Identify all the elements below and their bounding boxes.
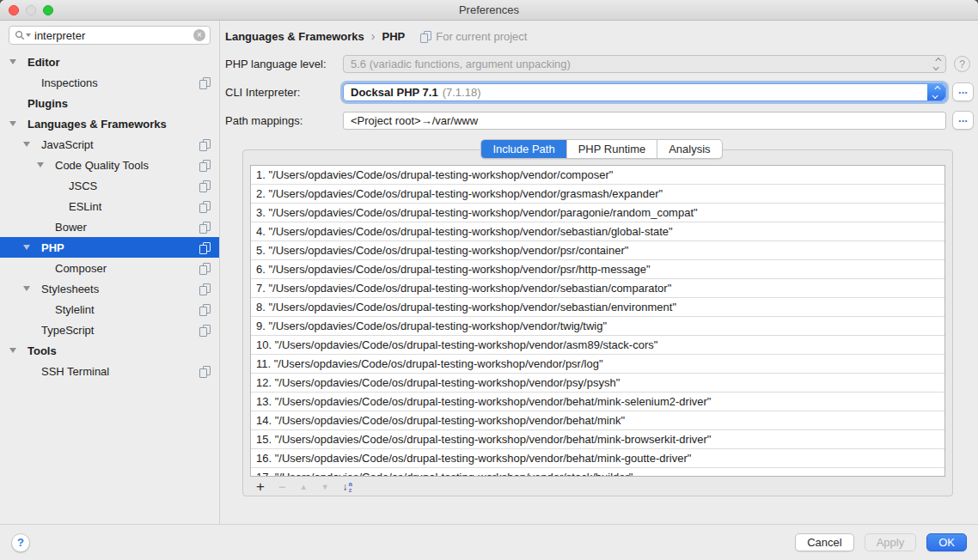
sidebar-item-label: PHP — [41, 241, 64, 254]
expand-arrow-icon[interactable] — [23, 142, 30, 147]
dialog-footer: ? Cancel Apply OK — [0, 524, 978, 560]
search-icon[interactable] — [15, 30, 31, 40]
sidebar-item-eslint[interactable]: ESLint — [0, 196, 219, 216]
include-path-row[interactable]: 16. "/Users/opdavies/Code/os/drupal-test… — [251, 449, 944, 468]
cli-interpreter-select[interactable]: Docksal PHP 7.1 (7.1.18) — [343, 83, 946, 101]
settings-content: Languages & Frameworks › PHP For current… — [220, 21, 978, 524]
include-path-row[interactable]: 6. "/Users/opdavies/Code/os/drupal-testi… — [251, 260, 944, 279]
current-project-icon — [199, 283, 211, 295]
include-path-row[interactable]: 13. "/Users/opdavies/Code/os/drupal-test… — [251, 393, 944, 411]
current-project-icon — [199, 77, 211, 88]
path-mappings-label: Path mappings: — [225, 114, 343, 127]
path-mappings-browse-button[interactable]: ... — [952, 111, 974, 130]
breadcrumb: Languages & Frameworks › PHP For current… — [225, 28, 978, 44]
include-path-row[interactable]: 12. "/Users/opdavies/Code/os/drupal-test… — [251, 374, 944, 393]
current-project-icon — [199, 160, 211, 171]
include-path-row[interactable]: 3. "/Users/opdavies/Code/os/drupal-testi… — [251, 204, 944, 222]
sidebar-item-php[interactable]: PHP — [0, 237, 219, 258]
include-path-row[interactable]: 8. "/Users/opdavies/Code/os/drupal-testi… — [251, 298, 944, 317]
help-button[interactable]: ? — [11, 533, 30, 552]
close-button[interactable] — [9, 5, 19, 15]
include-path-row[interactable]: 4. "/Users/opdavies/Code/os/drupal-testi… — [251, 222, 944, 241]
include-path-row[interactable]: 1. "/Users/opdavies/Code/os/drupal-testi… — [251, 166, 944, 185]
apply-button: Apply — [865, 533, 917, 551]
expand-arrow-icon[interactable] — [23, 245, 30, 250]
titlebar: Preferences — [0, 0, 978, 21]
expand-arrow-icon[interactable] — [9, 59, 16, 64]
expand-arrow-icon[interactable] — [23, 286, 30, 291]
include-path-row[interactable]: 14. "/Users/opdavies/Code/os/drupal-test… — [251, 411, 944, 430]
add-path-icon[interactable]: + — [256, 479, 265, 495]
php-settings-tabs: Include PathPHP RuntimeAnalysis — [480, 139, 722, 159]
scope-indicator: For current project — [420, 30, 527, 43]
sidebar-item-javascript[interactable]: JavaScript — [0, 134, 219, 155]
sidebar-item-editor[interactable]: Editor — [0, 52, 219, 72]
sidebar-item-label: Bower — [55, 221, 87, 234]
expand-arrow-icon[interactable] — [9, 121, 16, 126]
sidebar-item-tools[interactable]: Tools — [0, 340, 219, 361]
ok-button[interactable]: OK — [926, 533, 967, 551]
include-path-list: 1. "/Users/opdavies/Code/os/drupal-testi… — [250, 165, 945, 477]
search-field[interactable]: × — [9, 26, 211, 45]
search-input[interactable] — [34, 29, 193, 42]
cli-interpreter-browse-button[interactable]: ... — [952, 82, 974, 101]
move-up-icon: ▲ — [300, 483, 308, 491]
sidebar-item-label: ESLint — [69, 200, 101, 213]
sidebar-item-label: Stylesheets — [41, 283, 99, 295]
sort-alphabetically-icon[interactable]: ↓ az — [343, 481, 352, 493]
path-mappings-field[interactable]: <Project root>→/var/www — [343, 112, 946, 130]
sidebar-item-label: Tools — [28, 344, 57, 357]
current-project-icon — [199, 222, 211, 233]
sidebar-item-jscs[interactable]: JSCS — [0, 175, 219, 196]
current-project-icon — [199, 304, 211, 315]
select-chevrons-icon — [935, 56, 939, 72]
current-project-icon — [199, 242, 211, 253]
tab-analysis[interactable]: Analysis — [657, 140, 721, 158]
zoom-button[interactable] — [43, 5, 53, 15]
settings-tree: EditorInspectionsPluginsLanguages & Fram… — [0, 52, 219, 381]
list-toolbar: + − ▲ ▼ ↓ az — [250, 477, 945, 496]
include-path-row[interactable]: 7. "/Users/opdavies/Code/os/drupal-testi… — [251, 279, 944, 298]
sidebar-item-plugins[interactable]: Plugins — [0, 93, 219, 113]
remove-path-icon: − — [278, 479, 286, 494]
sidebar-item-inspections[interactable]: Inspections — [0, 72, 219, 93]
breadcrumb-parent[interactable]: Languages & Frameworks — [225, 30, 364, 43]
include-path-row[interactable]: 11. "/Users/opdavies/Code/os/drupal-test… — [251, 355, 944, 374]
search-options-caret-icon[interactable] — [26, 33, 31, 37]
include-path-row[interactable]: 5. "/Users/opdavies/Code/os/drupal-testi… — [251, 241, 944, 260]
include-path-row[interactable]: 2. "/Users/opdavies/Code/os/drupal-testi… — [251, 185, 944, 204]
settings-sidebar: × EditorInspectionsPluginsLanguages & Fr… — [0, 21, 220, 524]
sidebar-item-composer[interactable]: Composer — [0, 258, 219, 278]
sidebar-item-label: SSH Terminal — [41, 365, 109, 378]
path-mappings-value: <Project root>→/var/www — [351, 114, 478, 127]
cancel-button[interactable]: Cancel — [795, 533, 853, 551]
include-path-row[interactable]: 15. "/Users/opdavies/Code/os/drupal-test… — [251, 430, 944, 449]
sidebar-item-languages-frameworks[interactable]: Languages & Frameworks — [0, 113, 219, 134]
sidebar-item-stylesheets[interactable]: Stylesheets — [0, 278, 219, 299]
current-project-icon — [199, 366, 211, 377]
sidebar-item-label: Languages & Frameworks — [28, 118, 167, 131]
expand-arrow-icon[interactable] — [9, 348, 16, 353]
sidebar-item-code-quality-tools[interactable]: Code Quality Tools — [0, 155, 219, 175]
clear-search-icon[interactable]: × — [193, 29, 205, 41]
tab-php-runtime[interactable]: PHP Runtime — [566, 140, 657, 158]
select-stepper-icon[interactable] — [927, 84, 945, 100]
breadcrumb-separator-icon: › — [371, 29, 376, 43]
include-path-row[interactable]: 17. "/Users/opdavies/Code/os/drupal-test… — [251, 468, 944, 477]
sidebar-item-stylelint[interactable]: Stylelint — [0, 299, 219, 320]
cli-interpreter-value: Docksal PHP 7.1 — [351, 86, 438, 99]
language-level-select: 5.6 (variadic functions, argument unpack… — [343, 55, 946, 73]
tab-include-path[interactable]: Include Path — [481, 140, 565, 158]
cli-interpreter-version: (7.1.18) — [443, 86, 481, 99]
sidebar-item-bower[interactable]: Bower — [0, 216, 219, 237]
include-path-row[interactable]: 9. "/Users/opdavies/Code/os/drupal-testi… — [251, 317, 944, 336]
sidebar-item-label: TypeScript — [41, 324, 94, 337]
move-down-icon: ▼ — [321, 483, 329, 491]
cli-interpreter-label: CLI Interpreter: — [225, 86, 343, 99]
sidebar-item-ssh-terminal[interactable]: SSH Terminal — [0, 361, 219, 381]
sidebar-item-typescript[interactable]: TypeScript — [0, 320, 219, 340]
include-path-row[interactable]: 10. "/Users/opdavies/Code/os/drupal-test… — [251, 336, 944, 355]
minimize-button[interactable] — [26, 5, 36, 15]
help-icon[interactable]: ? — [954, 56, 970, 72]
expand-arrow-icon[interactable] — [37, 162, 44, 167]
